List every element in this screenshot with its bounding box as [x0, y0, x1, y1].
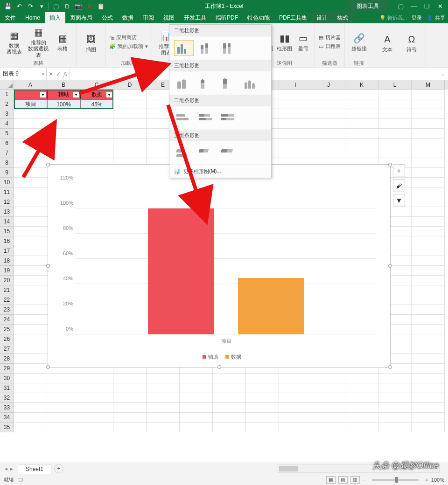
cell[interactable]	[14, 246, 47, 256]
table-button[interactable]: ▦表格	[52, 32, 73, 52]
cell[interactable]	[412, 383, 445, 393]
clustered-column-option[interactable]	[174, 40, 194, 56]
row-header-16[interactable]: 16	[0, 236, 14, 246]
select-all-corner[interactable]	[0, 80, 14, 90]
cell[interactable]	[279, 99, 312, 109]
cell[interactable]	[378, 90, 412, 99]
col-header-K[interactable]: K	[345, 80, 378, 90]
cell[interactable]	[312, 99, 345, 109]
cell[interactable]	[14, 413, 47, 423]
chart-styles-button[interactable]: 🖌	[393, 179, 405, 191]
sheet-nav-last-icon[interactable]: ▸	[10, 465, 13, 472]
stacked-column-option[interactable]	[196, 40, 216, 56]
cell[interactable]: 数据▾	[80, 90, 113, 99]
cell[interactable]	[378, 393, 412, 403]
col-header-M[interactable]: M	[412, 80, 445, 90]
cell[interactable]	[412, 364, 445, 374]
row-header-20[interactable]: 20	[0, 276, 14, 285]
cell[interactable]	[147, 393, 180, 403]
cell[interactable]	[14, 168, 47, 178]
tell-me[interactable]: 💡 告诉我...	[379, 14, 407, 21]
add-sheet-button[interactable]: +	[54, 464, 63, 473]
cell[interactable]	[412, 256, 445, 266]
font-color-icon[interactable]: A	[84, 1, 95, 11]
cell[interactable]	[113, 383, 147, 393]
cell[interactable]	[345, 129, 378, 139]
cell[interactable]	[312, 403, 345, 413]
cell[interactable]	[14, 393, 47, 403]
cell[interactable]	[14, 344, 47, 354]
cell[interactable]	[279, 393, 312, 403]
cell[interactable]	[113, 109, 147, 119]
tab-view[interactable]: 视图	[159, 12, 179, 23]
cell[interactable]	[180, 423, 213, 432]
zoom-level[interactable]: 100%	[431, 477, 444, 483]
col-header-C[interactable]: C	[80, 80, 113, 90]
cancel-formula-icon[interactable]: ✕	[49, 71, 53, 77]
cell[interactable]	[312, 383, 345, 393]
cell[interactable]	[14, 207, 47, 217]
sparkline-winloss-button[interactable]: ▭盈亏	[295, 32, 312, 52]
row-header-33[interactable]: 33	[0, 403, 14, 413]
cell[interactable]	[345, 413, 378, 423]
cell[interactable]	[14, 109, 47, 119]
cell[interactable]	[378, 403, 412, 413]
restore-icon[interactable]: ❐	[421, 0, 433, 12]
cell[interactable]	[412, 99, 445, 109]
chart-plot-area[interactable]: 项目 0%20%40%60%80%100%120%	[76, 183, 376, 334]
cell[interactable]	[412, 315, 445, 325]
cell[interactable]	[80, 423, 113, 432]
cell[interactable]	[47, 109, 80, 119]
cell[interactable]: ▾	[14, 90, 47, 99]
cell[interactable]	[47, 139, 80, 148]
timeline-button[interactable]: ▭ 日程表	[319, 43, 341, 50]
3d-stacked-bar-option[interactable]	[196, 145, 216, 161]
cell[interactable]	[14, 374, 47, 383]
cell[interactable]	[180, 383, 213, 393]
cell[interactable]	[412, 187, 445, 197]
col-header-L[interactable]: L	[378, 80, 412, 90]
cell[interactable]	[345, 423, 378, 432]
slicer-button[interactable]: ▤ 切片器	[319, 34, 341, 41]
cell[interactable]	[412, 197, 445, 207]
cell[interactable]	[345, 119, 378, 129]
cell[interactable]	[14, 403, 47, 413]
redo-icon[interactable]: ↷	[25, 1, 35, 11]
sheet-tab-1[interactable]: Sheet1	[18, 464, 51, 474]
row-header-28[interactable]: 28	[0, 354, 14, 364]
cell[interactable]	[113, 148, 147, 158]
cell[interactable]	[412, 295, 445, 305]
cell[interactable]	[412, 325, 445, 334]
zoom-in-icon[interactable]: +	[425, 477, 428, 483]
cell[interactable]	[279, 374, 312, 383]
cell[interactable]	[246, 393, 279, 403]
tab-insert[interactable]: 插入	[45, 12, 65, 23]
cell[interactable]	[147, 383, 180, 393]
chart-bar-series2[interactable]	[238, 278, 304, 335]
macro-record-icon[interactable]: ▢	[18, 477, 23, 482]
cell[interactable]	[14, 197, 47, 207]
100-stacked-column-option[interactable]	[219, 40, 238, 56]
chart-object[interactable]: 图表标题 项目 0%20%40%60%80%100%120% 辅助 数据	[48, 164, 391, 367]
cell[interactable]	[80, 403, 113, 413]
cell[interactable]	[312, 90, 345, 99]
cell[interactable]	[113, 129, 147, 139]
row-header-18[interactable]: 18	[0, 256, 14, 266]
cell[interactable]	[246, 413, 279, 423]
cell[interactable]	[312, 119, 345, 129]
row-header-14[interactable]: 14	[0, 217, 14, 227]
row-header-31[interactable]: 31	[0, 383, 14, 393]
cell[interactable]	[47, 393, 80, 403]
cell[interactable]	[378, 383, 412, 393]
cell[interactable]	[246, 383, 279, 393]
cell[interactable]	[80, 413, 113, 423]
normal-view-icon[interactable]: ▦	[326, 476, 336, 484]
cell[interactable]	[47, 403, 80, 413]
cell[interactable]	[378, 139, 412, 148]
cell[interactable]	[14, 266, 47, 276]
cell[interactable]	[345, 99, 378, 109]
cell[interactable]	[180, 393, 213, 403]
row-header-3[interactable]: 3	[0, 109, 14, 119]
undo-icon[interactable]: ↶	[14, 1, 24, 11]
cell[interactable]	[113, 374, 147, 383]
